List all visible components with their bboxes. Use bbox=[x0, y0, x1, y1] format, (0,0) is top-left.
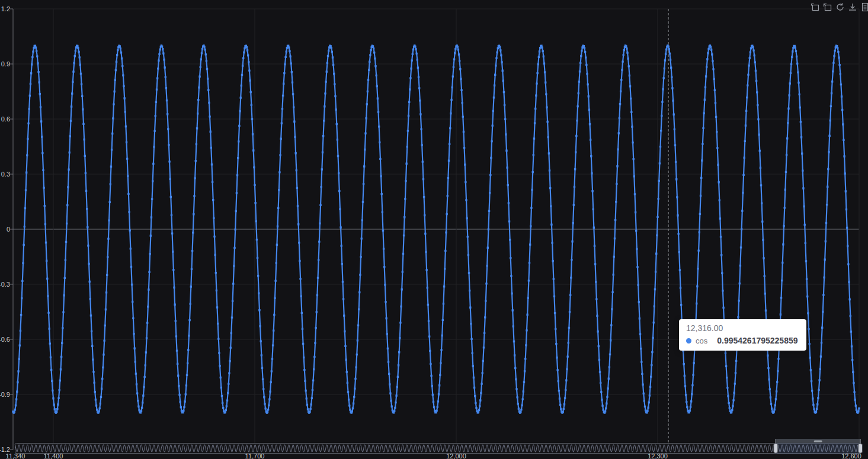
x-axis-tick-label: 11,400 bbox=[40, 452, 66, 459]
x-axis-tick-label: 11,340 bbox=[2, 452, 28, 459]
y-axis-tick-label: 0.3 bbox=[0, 171, 10, 178]
y-axis-tick-label: 1.2 bbox=[0, 5, 10, 12]
y-axis-tick-label: 0.9 bbox=[0, 60, 10, 68]
datazoom-right-handle[interactable] bbox=[859, 444, 863, 453]
chart-canvas[interactable] bbox=[0, 0, 868, 459]
save-image-icon[interactable] bbox=[848, 2, 857, 12]
zoom-select-icon[interactable] bbox=[811, 2, 820, 12]
y-axis-tick-label: -0.6 bbox=[0, 336, 10, 343]
chart-stage: 1.20.90.60.30-0.3-0.6-0.9-1.2 11,34011,4… bbox=[0, 0, 868, 459]
zoom-reset-icon[interactable] bbox=[823, 2, 832, 12]
y-axis-tick-label: -0.3 bbox=[0, 281, 10, 288]
y-axis-tick-label: 0 bbox=[0, 226, 10, 233]
data-view-icon[interactable] bbox=[860, 2, 868, 12]
restore-icon[interactable] bbox=[835, 2, 845, 12]
x-axis-tick-label: 11,700 bbox=[242, 452, 268, 459]
x-axis-tick-label: 12,600 bbox=[838, 452, 864, 459]
x-axis-tick-label: 12,000 bbox=[443, 452, 469, 459]
y-axis-tick-label: -0.9 bbox=[0, 391, 10, 398]
toolbox bbox=[811, 2, 868, 12]
datazoom-left-handle[interactable] bbox=[774, 444, 778, 453]
y-axis-tick-label: 0.6 bbox=[0, 115, 10, 123]
x-axis-tick-label: 12,300 bbox=[645, 452, 671, 459]
